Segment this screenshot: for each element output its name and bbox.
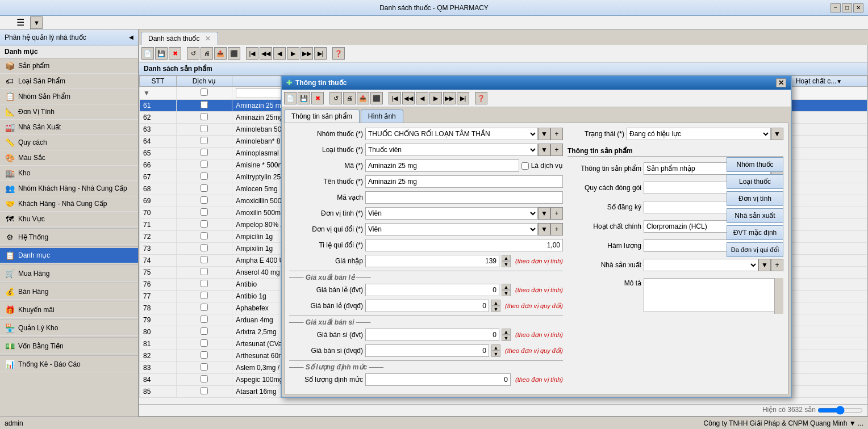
nhom-thuoc-add-btn[interactable]: + [550,128,563,140]
gia-ban-le-dvt-up[interactable]: ▲ [502,284,511,290]
sidebar-item-thong-ke[interactable]: 📊 Thống Kê - Báo Cáo [0,357,138,372]
modal-export-btn[interactable]: 📤 [357,92,369,104]
sidebar-collapse-icon[interactable]: ◀ [129,34,133,40]
modal-extra-btn[interactable]: ⬛ [370,92,383,104]
sidebar-item-khuyen-mai[interactable]: 🎁 Khuyến mãi [0,302,138,318]
gia-nhap-spin[interactable]: ▲ ▼ [502,255,511,267]
nav-first-btn[interactable]: |◀ [246,47,258,60]
modal-nav-prev-page-btn[interactable]: ◀◀ [402,92,415,104]
gia-ban-si-dvt-down[interactable]: ▼ [502,335,511,341]
menu-item-app[interactable]: ☰ [2,16,28,30]
quick-access-btn[interactable]: ▼ [30,16,43,29]
gia-ban-le-dvqd-down[interactable]: ▼ [491,306,500,312]
nhom-thuoc-select[interactable]: THUỐC CHỐNG RỐI LOẠN TÂM THẦN [365,128,538,140]
delete-btn[interactable]: ✖ [169,47,181,60]
sidebar-item-mua-hang[interactable]: 🛒 Mua Hàng [0,266,138,281]
sidebar-item-quy-cach[interactable]: 📏 Quy cách [0,135,138,150]
don-vi-qui-doi-select[interactable]: Viên [365,223,538,235]
ma-vach-input[interactable] [365,191,563,204]
gia-ban-si-dvt-up[interactable]: ▲ [502,329,511,335]
modal-undo-btn[interactable]: ↺ [329,92,342,104]
nha-san-xuat-expand-btn[interactable]: ▼ [758,259,771,271]
gia-nhap-up-btn[interactable]: ▲ [502,255,511,261]
new-btn[interactable]: 📄 [141,47,154,60]
trang-thai-expand-btn[interactable]: ▼ [771,128,783,140]
undo-btn[interactable]: ↺ [187,47,199,60]
nav-last-btn[interactable]: ▶| [314,47,327,60]
loai-thuoc-expand-btn[interactable]: ▼ [538,144,550,156]
nhom-thuoc-expand-btn[interactable]: ▼ [538,128,550,140]
minimize-btn[interactable]: − [831,3,841,12]
don-vi-tinh-expand-btn[interactable]: ▼ [538,207,550,220]
gia-ban-si-dvt-input[interactable] [365,329,499,341]
sidebar-item-nhom-san-pham[interactable]: 📋 Nhóm Sản Phẩm [0,89,138,104]
sidebar-item-von-bang-tien[interactable]: 💵 Vốn Bằng Tiền [0,339,138,354]
la-dich-vu-checkbox[interactable] [521,162,529,170]
modal-delete-btn[interactable]: ✖ [311,92,324,104]
modal-close-btn[interactable]: ✕ [776,78,786,87]
modal-nav-next-page-btn[interactable]: ▶▶ [443,92,456,104]
ten-thuoc-input[interactable] [365,175,563,188]
sidebar-item-he-thong[interactable]: ⚙ Hệ Thống [0,230,138,245]
don-vi-tinh-select[interactable]: Viên [365,207,538,220]
gia-nhap-down-btn[interactable]: ▼ [502,261,511,267]
loai-thuoc-select[interactable]: Thuốc viên [365,144,538,156]
don-vi-tinh-add-btn[interactable]: + [550,207,563,220]
don-vi-qui-doi-expand-btn[interactable]: ▼ [538,223,550,235]
maximize-btn[interactable]: □ [842,3,852,12]
gia-ban-si-dvqd-input[interactable] [365,344,489,357]
sidebar-item-ban-hang[interactable]: 💰 Bán Hàng [0,284,138,300]
gia-ban-le-dvqd-up[interactable]: ▲ [491,300,500,306]
nav-prev-page-btn[interactable]: ◀◀ [260,47,272,60]
trang-thai-select[interactable]: Đang có hiệu lực [627,128,771,140]
filter-dv-checkbox[interactable] [180,89,229,96]
print-btn[interactable]: 🖨 [201,47,213,60]
modal-help-btn[interactable]: ❓ [475,92,487,104]
modal-new-btn[interactable]: 📄 [284,92,297,104]
gia-ban-le-dvqd-spin[interactable]: ▲ ▼ [491,300,500,312]
gia-ban-le-dvt-input[interactable] [365,284,499,296]
nav-next-btn[interactable]: ▶ [287,47,299,60]
don-vi-qui-doi-add-btn[interactable]: + [550,223,563,235]
help-btn[interactable]: ❓ [332,47,345,60]
sidebar-item-san-pham[interactable]: 📦 Sản phẩm [0,58,138,74]
sidebar-item-mau-sac[interactable]: 🎨 Màu Sắc [0,150,138,166]
loai-thuoc-btn[interactable]: Loại thuốc [727,174,783,189]
modal-nav-last-btn[interactable]: ▶| [457,92,469,104]
mo-ta-textarea[interactable] [644,278,783,312]
extra-btn[interactable]: ⬛ [228,47,240,60]
tab-thong-tin-sp[interactable]: Thông tin sản phẩm [284,110,360,123]
sidebar-item-nha-san-xuat[interactable]: 🏭 Nhà Sản Xuất [0,120,138,135]
gia-ban-le-dvt-spin[interactable]: ▲ ▼ [502,284,511,296]
ti-le-qui-doi-input[interactable] [365,239,563,251]
sidebar-item-khach-hang[interactable]: 🤝 Khách Hàng - Nhà Cung Cấp [0,196,138,212]
tab-close-icon[interactable]: ✕ [205,35,211,43]
gia-ban-si-dvqd-spin[interactable]: ▲ ▼ [491,344,500,357]
close-btn[interactable]: ✕ [853,3,863,12]
loai-thuoc-add-btn[interactable]: + [550,144,563,156]
gia-ban-si-dvqd-up[interactable]: ▲ [491,344,500,351]
tab-danh-sach-thuoc[interactable]: Danh sách thuốc ✕ [141,32,218,45]
gia-nhap-input[interactable] [365,255,499,267]
nav-next-page-btn[interactable]: ▶▶ [301,47,313,60]
gia-ban-si-dvqd-down[interactable]: ▼ [491,351,500,357]
modal-nav-next-btn[interactable]: ▶ [429,92,442,104]
gia-ban-le-dvt-down[interactable]: ▼ [502,290,511,296]
modal-save-btn[interactable]: 💾 [298,92,310,104]
modal-print-btn[interactable]: 🖨 [343,92,356,104]
nha-san-xuat-select[interactable] [644,259,758,271]
nha-san-xuat-add-btn[interactable]: + [771,259,783,271]
sidebar-item-danh-muc[interactable]: 📋 Danh mục [0,248,138,263]
tab-hinh-anh[interactable]: Hình ảnh [361,110,403,123]
nhom-thuoc-btn[interactable]: Nhóm thuốc [727,157,783,172]
modal-nav-first-btn[interactable]: |◀ [389,92,401,104]
modal-nav-prev-btn[interactable]: ◀ [416,92,428,104]
save-btn[interactable]: 💾 [155,47,168,60]
dvt-mac-dinh-btn[interactable]: ĐVT mặc định [727,225,783,240]
sidebar-item-khu-vuc[interactable]: 🗺 Khu Vực [0,212,138,227]
gia-ban-le-dvqd-input[interactable] [365,300,489,312]
sidebar-item-quan-ly-kho[interactable]: 🏪 Quản Lý Kho [0,321,138,336]
export-btn[interactable]: 📤 [214,47,227,60]
ma-input[interactable] [365,159,519,172]
don-vi-tinh-btn[interactable]: Đơn vị tính [727,191,783,206]
